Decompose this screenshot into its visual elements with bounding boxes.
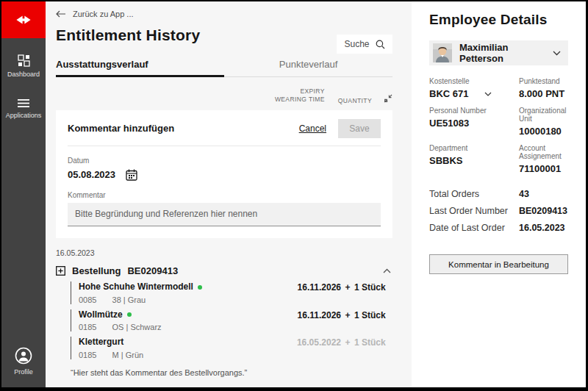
order-item-row[interactable]: Wollmütze 0185 OS | Schwarz 16.11.2026 +… — [71, 309, 392, 332]
column-expiry-label: EXPIRY — [275, 87, 325, 96]
field-value: 10000180 — [519, 126, 562, 137]
quantity-sign: + — [341, 337, 354, 348]
sidebar-item-label: Applications — [6, 112, 42, 119]
tab-punkteverlauf[interactable]: Punkteverlauf — [224, 59, 392, 77]
order-group-header[interactable]: Bestellung BE0209413 — [56, 265, 392, 276]
field-punktestand: Punktestand 8.000 PNT — [519, 77, 568, 99]
column-quantity-label: QUANTITY — [338, 97, 372, 104]
field-label: Kostenstelle — [429, 77, 519, 85]
order-summary: Total Orders 43 Last Order Number BE0209… — [429, 189, 568, 233]
sbb-double-arrow-icon — [15, 15, 32, 24]
comment-input[interactable] — [68, 203, 381, 226]
date-field-label: Datum — [68, 157, 381, 165]
active-status-dot — [198, 285, 202, 290]
order-item-row[interactable]: Klettergurt 0185 M | Grün 16.05.2022 + 1… — [71, 337, 392, 359]
field-value: UE51083 — [429, 118, 469, 129]
item-name: Wollmütze — [79, 309, 123, 321]
order-item-row[interactable]: Hohe Schuhe Wintermodell 0085 38 | Grau … — [71, 281, 392, 304]
kommentar-in-bearbeitung-button[interactable]: Kommentar in Bearbeitung — [429, 254, 568, 274]
chevron-down-icon — [484, 92, 492, 96]
field-label: Punktestand — [519, 77, 568, 85]
item-code: 0085 — [79, 295, 96, 304]
item-quantity: + 1 Stück — [341, 337, 392, 348]
field-value: 71100001 — [519, 163, 561, 174]
field-label: Department — [429, 144, 519, 152]
item-variant: M | Grün — [112, 351, 144, 359]
sidebar-item-applications[interactable]: Applications — [1, 94, 46, 123]
employee-details-title: Employee Details — [429, 12, 568, 28]
summary-value: 43 — [519, 189, 568, 199]
field-label: Organizational Unit — [519, 107, 568, 123]
order-comment-quote: “Hier steht das Kommentar des Bestellvor… — [71, 368, 392, 377]
quantity-value: 1 Stück — [354, 310, 386, 320]
summary-row-total-orders: Total Orders 43 — [429, 189, 568, 199]
save-button[interactable]: Save — [338, 119, 381, 138]
cancel-button[interactable]: Cancel — [299, 123, 326, 134]
quantity-sign: + — [341, 282, 354, 293]
sidebar-item-label: Profile — [14, 368, 33, 376]
employee-fields: Kostenstelle BKC 671 Punktestand 8.000 P… — [429, 77, 568, 182]
sidebar-item-dashboard[interactable]: Dashboard — [1, 50, 46, 82]
summary-value: 16.05.2023 — [519, 223, 568, 233]
item-name: Hohe Schuhe Wintermodell — [79, 281, 193, 293]
back-link[interactable]: Zurück zu App ... — [56, 10, 134, 18]
app-window: Dashboard Applications Profile — [1, 1, 586, 387]
field-kostenstelle: Kostenstelle BKC 671 — [429, 77, 519, 99]
field-account-assignement: Account Assignement 71100001 — [519, 144, 568, 174]
quantity-value: 1 Stück — [354, 337, 386, 348]
summary-label: Last Order Number — [429, 206, 519, 216]
back-link-label: Zurück zu App ... — [73, 10, 134, 18]
kostenstelle-dropdown[interactable] — [484, 92, 492, 96]
collapse-all-button[interactable] — [384, 94, 392, 103]
item-code: 0185 — [79, 323, 96, 331]
applications-menu-icon — [17, 98, 30, 108]
summary-label: Total Orders — [429, 189, 519, 199]
field-value: SBBKS — [429, 155, 463, 166]
main-content: Zurück zu App ... Entitlement History Su… — [46, 1, 412, 387]
date-field-value[interactable]: 05.08.2023 — [68, 169, 115, 180]
field-personal-number: Personal Number UE51083 — [429, 107, 519, 137]
back-arrow-icon — [56, 10, 65, 18]
calendar-button[interactable] — [126, 169, 137, 181]
item-expiry-date: 16.11.2026 — [284, 282, 341, 293]
add-comment-card: Kommentar hinzufügen Cancel Save Datum 0… — [56, 110, 392, 238]
search-button[interactable]: Suche — [337, 35, 392, 54]
chevron-down-icon — [553, 51, 561, 56]
active-status-dot — [127, 312, 132, 317]
order-label: Bestellung — [72, 265, 121, 276]
item-name: Klettergurt — [79, 337, 123, 348]
sidebar: Dashboard Applications Profile — [1, 1, 46, 387]
summary-label: Date of Last Order — [429, 223, 519, 233]
sbb-logo[interactable] — [1, 1, 46, 38]
chevron-up-icon — [383, 268, 391, 273]
employee-avatar — [433, 43, 452, 62]
field-value: BKC 671 — [429, 88, 468, 99]
employee-name: Maximilian Petterson — [459, 42, 553, 64]
employee-selector[interactable]: Maximilian Petterson — [429, 40, 568, 65]
profile-icon — [15, 347, 32, 365]
tab-ausstattungsverlauf[interactable]: Ausstattungsverlauf — [56, 59, 224, 77]
summary-value: BE0209413 — [519, 206, 568, 216]
expand-order-button[interactable] — [56, 266, 65, 276]
comment-field-label: Kommentar — [68, 191, 381, 199]
quantity-sign: + — [341, 310, 354, 320]
item-expiry-date: 16.05.2022 — [284, 337, 341, 348]
list-column-header: EXPIRY WEARING TIME QUANTITY — [56, 87, 392, 104]
search-icon — [376, 40, 385, 49]
field-department: Department SBBKS — [429, 144, 519, 174]
field-organizational-unit: Organizational Unit 10000180 — [519, 107, 568, 137]
summary-row-date-of-last-order: Date of Last Order 16.05.2023 — [429, 223, 568, 233]
collapse-order-button[interactable] — [383, 268, 391, 273]
sidebar-item-profile[interactable]: Profile — [1, 342, 46, 380]
field-label: Personal Number — [429, 107, 519, 115]
field-value: 8.000 PNT — [519, 88, 564, 99]
summary-row-last-order-number: Last Order Number BE0209413 — [429, 206, 568, 216]
tab-bar: Ausstattungsverlauf Punkteverlauf — [56, 59, 392, 77]
history-date: 16.05.2023 — [56, 248, 392, 257]
item-info: Wollmütze 0185 OS | Schwarz — [79, 309, 284, 332]
item-info: Klettergurt 0185 M | Grün — [79, 337, 284, 359]
add-comment-title: Kommentar hinzufügen — [68, 123, 299, 134]
item-code: 0185 — [79, 351, 96, 359]
item-quantity: + 1 Stück — [341, 310, 392, 320]
item-variant: 38 | Grau — [112, 295, 146, 304]
